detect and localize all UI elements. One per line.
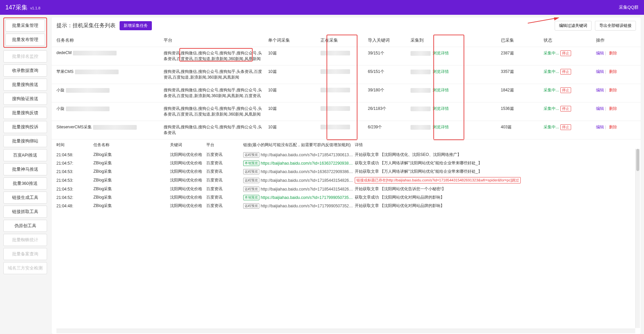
preview-tag[interactable]: 远程预览 bbox=[243, 178, 259, 183]
task-table-wrap: 任务名称 平台 单个词采集 正在采集 导入关键词 采集到 已采集 状态 操作 d… bbox=[52, 34, 641, 139]
log-detail-text: 获取文章成功 【万人网络讲解"沈阳网站优化"能给企业带来哪些好处_】 bbox=[355, 161, 482, 165]
log-detail: 获取文章成功 【万人网络讲解"沈阳网站优化"能给企业带来哪些好处_】 bbox=[355, 160, 636, 166]
log-link: 远程预览 http://baijiahao.baidu.com/s?id=171… bbox=[243, 152, 355, 158]
log-body[interactable]: 21:04:58: ZBlog采集 沈阳网站优化价格 百度资讯 远程预览 htt… bbox=[52, 151, 641, 334]
detail-link[interactable]: 浏览详情 bbox=[433, 106, 449, 111]
preview-tag[interactable]: 远程预览 bbox=[243, 203, 259, 209]
cell-status: 采集中...停止 bbox=[541, 84, 593, 102]
preview-tag[interactable]: 远程预览 bbox=[243, 152, 259, 158]
cell-keywords: 65/151个 bbox=[365, 66, 408, 84]
log-time: 21:04:58: bbox=[56, 153, 93, 157]
log-time: 21:04:53: bbox=[56, 187, 93, 192]
lh-plat: 平台 bbox=[206, 142, 243, 148]
redacted bbox=[73, 51, 117, 55]
edit-link[interactable]: 编辑 bbox=[596, 51, 604, 55]
cell-single: 10篇 bbox=[265, 121, 318, 139]
delete-link[interactable]: 删除 bbox=[609, 125, 617, 129]
log-url[interactable]: https://baijiahao.baidu.com/s?id=1636372… bbox=[261, 161, 355, 166]
log-time: 21:04:52: bbox=[56, 195, 93, 200]
log-url[interactable]: http://baijiahao.baidu.com/s?id=17179990… bbox=[261, 204, 355, 208]
cell-op: 编辑 | 删除 bbox=[593, 102, 641, 121]
stop-button[interactable]: 停止 bbox=[560, 87, 571, 93]
preview-tag[interactable]: 远程预览 bbox=[243, 169, 259, 174]
log-detail: 开始获取文章 【万人网络讲解"沈阳网站优化"能给企业带来哪些好处_】 bbox=[355, 169, 636, 174]
sidebar-item[interactable]: 批量搜狗绑站 bbox=[3, 135, 47, 147]
cell-single: 10篇 bbox=[265, 47, 318, 66]
stop-button[interactable]: 停止 bbox=[560, 69, 571, 75]
cell-collecting bbox=[318, 47, 365, 66]
export-errors-button[interactable]: 导出全部错误链接 bbox=[595, 21, 636, 31]
log-row: 21:04:57: ZBlog采集 沈阳网站优化价格 百度资讯 本地预览 htt… bbox=[52, 159, 641, 167]
redacted bbox=[320, 106, 350, 111]
log-link: 远程预览 http://baijiahao.baidu.com/s?id=171… bbox=[243, 203, 355, 209]
log-plat: 百度资讯 bbox=[206, 160, 243, 166]
log-url[interactable]: http://baijiahao.baidu.com/s?id=17185443… bbox=[261, 187, 355, 192]
delete-link[interactable]: 删除 bbox=[609, 106, 617, 111]
app-title-text: 147采集 bbox=[5, 3, 28, 11]
delete-link[interactable]: 删除 bbox=[609, 88, 617, 92]
log-kw: 沈阳网站优化价格 bbox=[170, 169, 206, 174]
detail-link[interactable]: 浏览详情 bbox=[433, 125, 449, 129]
sidebar-item[interactable]: 收录数据查询 bbox=[3, 65, 47, 77]
sidebar-item[interactable]: 批量搜狗反馈 bbox=[3, 107, 47, 119]
stop-button[interactable]: 停止 bbox=[560, 106, 571, 112]
detail-link[interactable]: 浏览详情 bbox=[433, 51, 449, 55]
table-row: dedeCM 搜狗资讯,搜狗微信,搜狗公众号,搜狗知乎,搜狗公众号,头条资讯,百… bbox=[52, 47, 641, 66]
th-target: 采集到 bbox=[408, 34, 498, 47]
edit-link[interactable]: 编辑 bbox=[596, 125, 604, 129]
preview-tag[interactable]: 本地预览 bbox=[243, 161, 259, 166]
cell-op: 编辑 | 删除 bbox=[593, 84, 641, 102]
log-plat: 百度资讯 bbox=[206, 177, 243, 183]
cell-platform: 搜狗资讯,搜狗微信,搜狗公众号,搜狗知乎,搜狗公众号,头条资讯,百度资讯,百度知… bbox=[161, 47, 265, 66]
qq-group-link[interactable]: 采集QQ群 bbox=[619, 4, 639, 10]
preview-tag[interactable]: 本地预览 bbox=[243, 195, 259, 200]
sidebar-item[interactable]: 批量360推送 bbox=[3, 177, 47, 190]
log-url[interactable]: http://baijiahao.baidu.com/s?id=16363722… bbox=[261, 169, 355, 174]
detail-link[interactable]: 浏览详情 bbox=[433, 88, 449, 92]
edit-link[interactable]: 编辑 bbox=[596, 88, 604, 92]
cell-op: 编辑 | 删除 bbox=[593, 121, 641, 139]
detail-link[interactable]: 浏览详情 bbox=[433, 69, 449, 74]
sidebar-item[interactable]: 链接抓取工具 bbox=[3, 206, 47, 218]
th-collecting: 正在采集 bbox=[318, 34, 365, 47]
log-scrollbar-vertical[interactable] bbox=[635, 149, 640, 328]
th-name: 任务名称 bbox=[52, 34, 161, 47]
log-row: 21:04:53: ZBlog采集 沈阳网站优化价格 百度资讯 远程预览 htt… bbox=[52, 176, 641, 185]
sidebar-item[interactable]: 链接生成工具 bbox=[3, 192, 47, 204]
sidebar-item-0[interactable]: 批量采集管理 bbox=[5, 19, 45, 32]
log-url[interactable]: http://baijiahao.baidu.com/s?id=17185443… bbox=[261, 178, 355, 183]
delete-link[interactable]: 删除 bbox=[609, 69, 617, 74]
redacted bbox=[320, 125, 350, 129]
th-single: 单个词采集 bbox=[265, 34, 318, 47]
sidebar-item[interactable]: 搜狗验证推送 bbox=[3, 93, 47, 105]
log-url[interactable]: http://baijiahao.baidu.com/s?id=17185471… bbox=[261, 153, 355, 157]
log-time: 21:04:53: bbox=[56, 178, 93, 183]
preview-tag[interactable]: 远程预览 bbox=[243, 186, 259, 192]
redacted bbox=[75, 70, 119, 74]
stop-button[interactable]: 停止 bbox=[560, 124, 571, 130]
sidebar-item[interactable]: 批量搜狗投诉 bbox=[3, 121, 47, 133]
delete-link[interactable]: 删除 bbox=[609, 51, 617, 55]
sidebar-item[interactable]: 百度API推送 bbox=[3, 149, 47, 161]
sidebar-item[interactable]: 伪原创工具 bbox=[3, 220, 47, 232]
cell-name: 小旋 bbox=[52, 102, 161, 121]
edit-link[interactable]: 编辑 bbox=[596, 69, 604, 74]
filter-keyword-button[interactable]: 编辑过滤关键词 bbox=[555, 21, 592, 31]
cell-collecting bbox=[318, 102, 365, 121]
cell-name: dedeCM bbox=[52, 47, 161, 66]
log-url[interactable]: https://baijiahao.baidu.com/s?id=1717999… bbox=[261, 195, 355, 200]
log-kw: 沈阳网站优化价格 bbox=[170, 160, 206, 166]
app-header: 147采集 v1.1.8 采集QQ群 bbox=[0, 0, 644, 15]
redacted bbox=[411, 107, 431, 111]
stop-button[interactable]: 停止 bbox=[560, 50, 571, 56]
log-scrollbar-horizontal[interactable] bbox=[56, 329, 635, 333]
sidebar-item[interactable]: 批量搜狗推送 bbox=[3, 79, 47, 91]
redacted bbox=[320, 88, 350, 92]
sidebar-item-1[interactable]: 批量发布管理 bbox=[5, 34, 45, 46]
sidebar-item[interactable]: 批量神马推送 bbox=[3, 163, 47, 175]
log-row: 21:04:58: ZBlog采集 沈阳网站优化价格 百度资讯 远程预览 htt… bbox=[52, 151, 641, 159]
cell-collecting bbox=[318, 66, 365, 84]
redacted bbox=[411, 88, 431, 93]
edit-link[interactable]: 编辑 bbox=[596, 106, 604, 111]
add-task-button[interactable]: 新增采集任务 bbox=[120, 21, 152, 30]
